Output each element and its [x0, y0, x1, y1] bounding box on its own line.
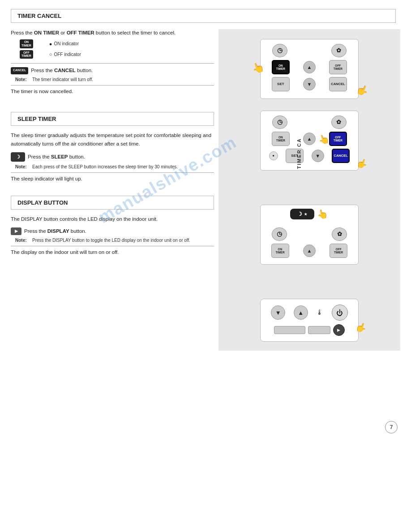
- sleep-finger: 👆: [316, 208, 330, 224]
- sleep-fan-btn: ✿: [332, 227, 347, 241]
- remote1-row2: ONTIMER ▲ OFFTIMER: [265, 60, 354, 74]
- ac-light-display-btn: ▶: [333, 324, 345, 336]
- remote2-cycle-btn: ◷: [272, 116, 287, 129]
- remote2-offtimer-btn: OFFTIMER: [329, 132, 347, 146]
- section2-header-box: SLEEP TIMER: [11, 112, 214, 126]
- display-step2: The display on the indoor unit will turn…: [11, 249, 214, 255]
- remote1-fan-btn: ✿: [331, 44, 347, 57]
- remote2-ontimer-btn: ONTIMER: [272, 132, 290, 146]
- display-step1-text: Press the DISPLAY button.: [24, 227, 86, 235]
- sleep-cycle-btn: ◷: [272, 227, 287, 241]
- sleep-btn-bar: ☽ ★: [290, 209, 314, 219]
- section2-intro: The sleep timer gradually adjusts the te…: [11, 131, 214, 148]
- ac-unit-container: ▼ ▲ 🌡 ⏻ ▶ 👆: [260, 299, 359, 342]
- remote2-container: ◷ ✿ ONTIMER ▲ OFFTIMER ● SET ▼: [260, 111, 359, 171]
- on-timer-arrow: ●: [49, 41, 52, 47]
- divider3: [11, 172, 214, 173]
- section1-header-box: TIMER CANCEL: [11, 9, 396, 23]
- on-timer-button-img: ONTIMER: [20, 39, 33, 48]
- display-button-img: ▶: [11, 227, 21, 236]
- step2-note: Note: The timer indicator will turn off.: [15, 77, 214, 82]
- ac-top-row: ▼ ▲ 🌡 ⏻: [267, 305, 352, 321]
- remote1-panel: ◷ ✿ ONTIMER ▲ OFFTIMER SET ▼ CANCEL: [260, 39, 359, 99]
- remote1-cycle-btn: ◷: [272, 44, 287, 57]
- sleep-ontimer-btn: ONTIMER: [271, 244, 289, 258]
- note-text: The timer indicator will turn off.: [32, 77, 93, 82]
- section2-title: SLEEP TIMER: [17, 116, 56, 122]
- remote1-ontimer-btn: ONTIMER: [272, 60, 290, 74]
- ac-louvre2: [308, 326, 330, 334]
- sleep-step2: The sleep indicator will light up.: [11, 176, 214, 181]
- sleep-remote-panel: ☽ ★ 👆 ◷ ✿ ONTIMER ▲ OFFTIMER: [260, 205, 359, 265]
- step1-instruction: Press the ON TIMER or OFF TIMER button t…: [11, 29, 214, 37]
- ac-unit-panel: ▼ ▲ 🌡 ⏻ ▶: [260, 299, 359, 342]
- right-column: ◷ ✿ ONTIMER ▲ OFFTIMER SET ▼ CANCEL: [218, 29, 400, 351]
- off-timer-arrow: ○: [49, 51, 52, 57]
- step2-instruction: CANCEL Press the CANCEL button.: [11, 67, 214, 74]
- remote2-fan-btn: ✿: [331, 116, 347, 129]
- remote1-offtimer-btn: OFFTIMER: [329, 60, 347, 74]
- sleep-remote-container: ☽ ★ 👆 ◷ ✿ ONTIMER ▲ OFFTIMER: [260, 205, 359, 265]
- remote1-container: ◷ ✿ ONTIMER ▲ OFFTIMER SET ▼ CANCEL: [260, 39, 359, 99]
- display-step1: ▶ Press the DISPLAY button. Note: Press …: [11, 227, 214, 243]
- step2-text: Press the CANCEL button.: [31, 67, 93, 74]
- remote1-row1: ◷ ✿: [265, 44, 354, 57]
- remote1-cancel-btn: CANCEL: [329, 77, 347, 91]
- ac-temp-icon: 🌡: [316, 309, 323, 317]
- sleep-note-label: Note:: [15, 164, 32, 169]
- page-number: 7: [385, 421, 398, 433]
- section3-intro: The DISPLAY button controls the LED disp…: [11, 215, 214, 223]
- divider1: [11, 63, 214, 64]
- display-note-label: Note:: [15, 238, 32, 243]
- sleep-step1: ☽ Press the SLEEP button. Note: Each pre…: [11, 152, 214, 169]
- ac-bottom-row: ▶: [274, 324, 345, 336]
- step1-text: Press the ON TIMER or OFF TIMER button t…: [11, 29, 176, 37]
- step2-block: CANCEL Press the CANCEL button. Note: Th…: [11, 67, 214, 82]
- display-note-text: Press the DISPLAY button to toggle the L…: [32, 238, 190, 243]
- remote1-set-btn: SET: [272, 77, 290, 91]
- divider4: [11, 246, 214, 246]
- note-label: Note:: [15, 77, 32, 82]
- remote1-up-arrow: ▲: [303, 61, 316, 73]
- sleep-button-img: ☽: [11, 152, 25, 162]
- remote2-row2: ONTIMER ▲ OFFTIMER: [265, 132, 354, 146]
- divider2: [11, 85, 214, 86]
- off-timer-button-img: OFFTIMER: [20, 50, 33, 59]
- star-icon: ★: [304, 212, 307, 216]
- sleep-remote-row2: ONTIMER ▲ OFFTIMER: [264, 244, 355, 258]
- remote2-cancel-btn: CANCEL: [332, 149, 350, 163]
- remote2-timer-indicator: ●: [269, 151, 278, 160]
- sleep-note: Note: Each press of the SLEEP button inc…: [15, 164, 214, 169]
- remote1-down-arrow: ▼: [303, 78, 316, 90]
- timer-cancel-vertical-label: TIMER CA: [296, 138, 302, 169]
- section3-title: DISPLAY BUTTON: [17, 199, 68, 206]
- ac-louvre1: [274, 326, 305, 334]
- remote1-row3: SET ▼ CANCEL: [265, 77, 354, 91]
- ac-up-btn: ▲: [294, 305, 308, 320]
- sleep-offtimer-btn: OFFTIMER: [330, 244, 347, 258]
- sleep-note-text: Each press of the SLEEP button increases…: [32, 164, 178, 169]
- section3-header-box: DISPLAY BUTTON: [11, 196, 214, 210]
- step3-block: The timer is now cancelled.: [11, 89, 214, 94]
- off-timer-desc: OFF indicator: [54, 52, 81, 57]
- remote2-down-arrow: ▼: [312, 150, 324, 162]
- remote2-row1: ◷ ✿: [265, 116, 354, 129]
- remote2-row3: ● SET ▼ CANCEL: [265, 149, 354, 163]
- sleep-up-arrow: ▲: [303, 245, 316, 257]
- step3-text: The timer is now cancelled.: [11, 89, 214, 94]
- step1-block: Press the ON TIMER or OFF TIMER button t…: [11, 29, 214, 59]
- ac-down-btn: ▼: [271, 305, 285, 320]
- cancel-button-img: CANCEL: [11, 67, 28, 74]
- sleep-remote-row1: ◷ ✿: [264, 227, 355, 241]
- remote2-panel: ◷ ✿ ONTIMER ▲ OFFTIMER ● SET ▼: [260, 111, 359, 171]
- display-note: Note: Press the DISPLAY button to toggle…: [15, 238, 214, 243]
- ac-power-btn: ⏻: [332, 305, 348, 321]
- moon-icon: ☽: [297, 211, 302, 217]
- sleep-step1-text: Press the SLEEP button.: [28, 153, 85, 161]
- on-timer-desc: ON indicator: [54, 41, 79, 46]
- section1-title: TIMER CANCEL: [17, 13, 61, 19]
- remote2-up-arrow: ▲: [303, 133, 316, 145]
